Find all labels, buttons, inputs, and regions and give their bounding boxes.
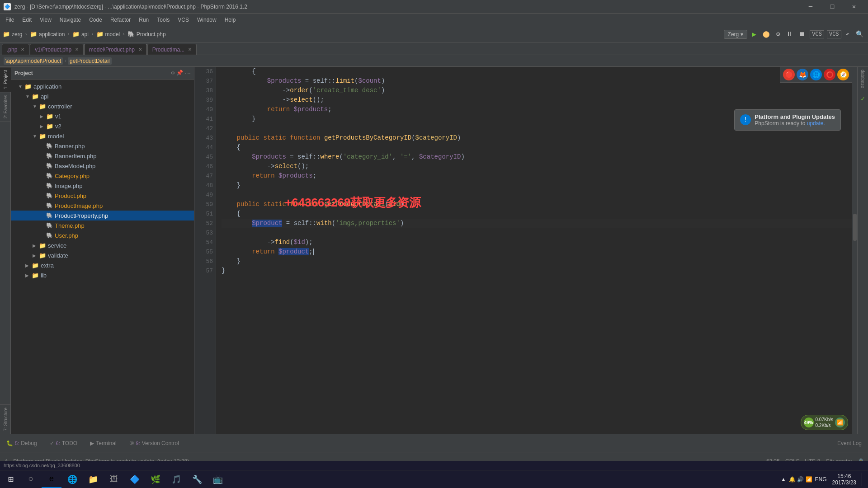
bottom-tab-vcs[interactable]: ⑨ 9: Version Control: [127, 439, 182, 448]
vcs-commit-button[interactable]: VCS: [827, 30, 841, 38]
tree-item-model[interactable]: ▼ 📁 model: [11, 131, 194, 141]
bottom-tab-event-log[interactable]: Event Log: [835, 439, 864, 448]
breadcrumb-api[interactable]: 📁 api: [72, 31, 89, 38]
panel-action-pin[interactable]: 📌: [176, 70, 183, 76]
search-button[interactable]: 🔍: [854, 29, 865, 39]
bottom-tab-todo[interactable]: ✓ 6: TODO: [47, 439, 80, 448]
minimize-button[interactable]: ─: [800, 0, 821, 14]
file-tree[interactable]: ▼ 📁 application ▼ 📁 api ▼ 📁 controller: [11, 80, 194, 434]
build-button[interactable]: ⚙: [774, 29, 782, 39]
tab-close-icon[interactable]: ✕: [75, 47, 79, 52]
tree-item-lib[interactable]: ▶ 📁 lib: [11, 270, 194, 280]
language-indicator[interactable]: ENG: [815, 476, 827, 483]
tree-item-product-property[interactable]: 🐘 ProductProperty.php: [11, 211, 194, 221]
menu-help[interactable]: Help: [221, 15, 240, 24]
menu-run[interactable]: Run: [135, 15, 152, 24]
run-config-dropdown[interactable]: Zerg ▾: [724, 30, 748, 39]
vertical-scrollbar[interactable]: [852, 67, 857, 434]
tree-item-v2[interactable]: ▶ 📁 v2: [11, 121, 194, 131]
start-button[interactable]: ⊞: [0, 470, 22, 488]
tree-item-base-model[interactable]: 🐘 BaseModel.php: [11, 161, 194, 171]
tab-close-icon[interactable]: ✕: [138, 47, 142, 52]
vcs-update-button[interactable]: VCS: [810, 30, 824, 38]
tree-item-banner[interactable]: 🐘 Banner.php: [11, 141, 194, 151]
taskbar-photos[interactable]: 🖼: [104, 471, 124, 488]
tab-close-icon[interactable]: ✕: [21, 47, 24, 52]
path-segment-model[interactable]: \app\api\model\Product: [4, 57, 63, 65]
bottom-tab-terminal[interactable]: ▶ Terminal: [87, 439, 119, 448]
tree-item-api[interactable]: ▼ 📁 api: [11, 91, 194, 101]
maximize-button[interactable]: □: [822, 0, 843, 14]
menu-vcs[interactable]: VCS: [174, 15, 193, 24]
taskbar-phpstorm[interactable]: 🔷: [125, 471, 145, 488]
menu-edit[interactable]: Edit: [19, 15, 35, 24]
tab-php[interactable]: .php ✕: [2, 44, 29, 55]
menu-navigate[interactable]: Navigate: [56, 15, 85, 24]
taskbar-chrome[interactable]: 🌐: [62, 471, 82, 488]
firefox-icon[interactable]: 🦊: [797, 69, 808, 80]
tab-label: v1\Product.php: [35, 47, 71, 53]
right-tab-database[interactable]: database: [858, 67, 868, 91]
taskbar-ie[interactable]: e: [42, 471, 61, 488]
tree-item-extra[interactable]: ▶ 📁 extra: [11, 260, 194, 270]
tab-product-image[interactable]: ProductIma... ✕: [147, 44, 197, 55]
run-button[interactable]: ▶: [750, 29, 758, 40]
panel-action-settings[interactable]: ⚙: [171, 70, 175, 76]
scrollbar-thumb[interactable]: [853, 214, 857, 241]
tree-item-banner-item[interactable]: 🐘 BannerItem.php: [11, 151, 194, 161]
show-desktop[interactable]: [862, 473, 864, 486]
tree-item-theme[interactable]: 🐘 Theme.php: [11, 221, 194, 230]
taskbar-app4[interactable]: 📺: [208, 471, 228, 488]
taskbar-app1[interactable]: 🌿: [146, 471, 165, 488]
tree-item-controller[interactable]: ▼ 📁 controller: [11, 101, 194, 111]
window-controls[interactable]: ─ □ ✕: [800, 0, 864, 14]
path-segment-method[interactable]: getProductDetail: [68, 57, 112, 65]
panel-tab-project[interactable]: 1: Project: [0, 67, 11, 92]
tree-item-product[interactable]: 🐘 Product.php: [11, 191, 194, 201]
chrome-icon[interactable]: 🔴: [783, 69, 795, 80]
menu-window[interactable]: Window: [193, 15, 220, 24]
tree-item-application[interactable]: ▼ 📁 application: [11, 81, 194, 91]
toolbar-btn-2[interactable]: ⏹: [797, 30, 807, 39]
tree-item-service[interactable]: ▶ 📁 service: [11, 240, 194, 250]
tab-close-icon[interactable]: ✕: [188, 47, 192, 52]
bottom-tab-debug[interactable]: 🐛 5: Debug: [4, 439, 40, 448]
tree-item-image[interactable]: 🐘 Image.php: [11, 181, 194, 191]
checkmark-icon[interactable]: ✓: [861, 95, 864, 103]
panel-action-more[interactable]: ⋮: [184, 70, 191, 76]
tab-model-product[interactable]: model\Product.php ✕: [84, 44, 147, 55]
toolbar-history[interactable]: ↶: [844, 29, 851, 39]
menu-file[interactable]: File: [2, 15, 18, 24]
search-button-taskbar[interactable]: ○: [22, 470, 40, 488]
breadcrumb-product-php[interactable]: 🐘 Product.php: [127, 31, 166, 38]
close-button[interactable]: ✕: [844, 0, 864, 14]
taskbar-app2[interactable]: 🎵: [166, 471, 186, 488]
tree-item-validate[interactable]: ▶ 📁 validate: [11, 250, 194, 260]
menu-refactor[interactable]: Refactor: [107, 15, 134, 24]
safari-icon[interactable]: 🧭: [837, 69, 849, 80]
opera-icon[interactable]: ⭕: [824, 69, 835, 80]
taskbar-clock[interactable]: 15:46 2017/3/23: [830, 473, 859, 486]
tray-up-arrow[interactable]: ▲: [781, 476, 786, 483]
taskbar-app3[interactable]: 🔧: [187, 471, 207, 488]
breadcrumb-zerg[interactable]: 📁 zerg: [3, 31, 22, 38]
ie-icon[interactable]: 🌐: [810, 69, 822, 80]
update-link[interactable]: update.: [807, 120, 825, 127]
menu-code[interactable]: Code: [85, 15, 106, 24]
tree-item-v1[interactable]: ▶ 📁 v1: [11, 111, 194, 121]
panel-tab-favorites[interactable]: 2: Favorites: [0, 92, 11, 121]
breadcrumb-model[interactable]: 📁 model: [96, 31, 120, 38]
tab-v1-product[interactable]: v1\Product.php ✕: [30, 44, 84, 55]
tree-item-user[interactable]: 🐘 User.php: [11, 230, 194, 240]
folder-icon: 📁: [32, 93, 39, 100]
toolbar-btn-1[interactable]: ⏸: [784, 30, 794, 39]
breadcrumb-application[interactable]: 📁 application: [30, 31, 65, 38]
menu-view[interactable]: View: [36, 15, 55, 24]
sep2: ›: [67, 32, 70, 37]
taskbar-files[interactable]: 📁: [83, 471, 103, 488]
tree-item-product-image[interactable]: 🐘 ProductImage.php: [11, 201, 194, 211]
tree-item-category[interactable]: 🐘 Category.php: [11, 171, 194, 181]
panel-tab-structure[interactable]: 7: Structure: [0, 404, 11, 434]
menu-tools[interactable]: Tools: [153, 15, 173, 24]
debug-button[interactable]: ⬤: [761, 29, 772, 39]
